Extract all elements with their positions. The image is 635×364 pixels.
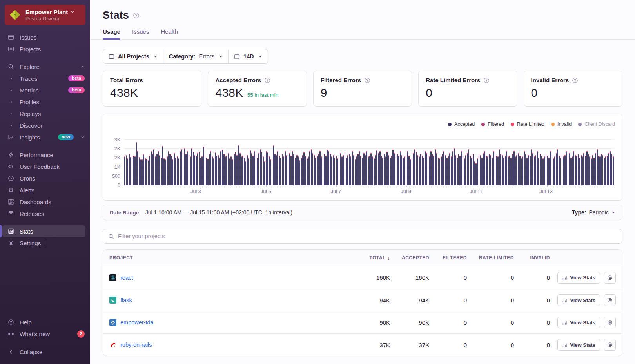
bar [324,154,325,185]
sidebar-item-settings[interactable]: Settings [0,237,90,249]
org-name: Empower Plant [25,9,74,15]
bar [247,155,248,185]
project-link[interactable]: flask [120,297,132,303]
bar [242,156,243,185]
tab-health[interactable]: Health [161,28,178,39]
sidebar-item-what-s-new[interactable]: What's new2 [0,328,90,340]
sidebar-item-releases[interactable]: Releases [0,208,90,219]
bar [433,156,434,185]
project-settings-button[interactable] [604,294,616,306]
bar-cap [416,152,417,152]
bar [266,151,267,185]
bar [481,158,483,185]
column-header-invalid[interactable]: INVALID [514,255,550,261]
bar [248,158,249,185]
sidebar-item-dashboards[interactable]: Dashboards [0,196,90,208]
help-icon[interactable] [364,77,370,83]
bar [515,156,516,185]
project-settings-button[interactable] [604,272,616,284]
sidebar-item-help[interactable]: Help [0,316,90,328]
column-header-total[interactable]: TOTAL↓ [352,255,390,261]
legend-item-accepted[interactable]: Accepted [448,121,475,127]
view-stats-button[interactable]: View Stats [557,317,600,328]
bar [492,158,493,185]
column-header-accepted[interactable]: ACCEPTED [390,255,429,261]
bar [422,156,423,185]
project-settings-button[interactable] [604,317,616,328]
bar-cap [163,158,165,159]
bar [234,154,235,185]
legend-item-client-discard[interactable]: Client Discard [578,121,615,127]
bar-cap [200,158,201,158]
org-switcher[interactable]: Empower Plant Priscila Oliveira [5,5,85,25]
bar-cap [230,156,232,157]
sidebar-item-stats[interactable]: Stats [2,225,85,237]
legend-item-invalid[interactable]: Invalid [551,121,572,127]
table-row-flask: flask94K94K000View Stats [103,289,622,311]
sidebar-item-collapse[interactable]: Collapse [0,346,90,358]
sidebar-item-explore[interactable]: Explore [0,61,90,72]
sidebar-item-label: Performance [20,152,53,158]
sidebar-item-projects[interactable]: Projects [0,43,90,55]
bar [337,158,338,185]
category-filter-dropdown[interactable]: Category: Errors [163,49,228,63]
bar [362,158,363,185]
bar [443,151,444,185]
sidebar-item-alerts[interactable]: Alerts [0,184,90,196]
bar-cap [156,154,158,154]
bar [331,156,332,185]
project-search-input[interactable] [118,233,617,239]
sidebar-item-issues[interactable]: Issues [0,31,90,43]
column-header-rate-limited[interactable]: RATE LIMITED [467,255,514,261]
column-header-label: TOTAL [370,255,386,261]
project-link[interactable]: react [120,275,133,281]
column-header-filtered[interactable]: FILTERED [429,255,467,261]
project-link[interactable]: ruby-on-rails [120,342,152,348]
column-header-project[interactable]: PROJECT [109,255,352,261]
tab-usage[interactable]: Usage [103,28,120,39]
bar [376,150,377,185]
bar-cap [134,156,136,157]
bar [579,158,580,185]
bar-cap [607,156,608,156]
sidebar-item-user-feedback[interactable]: User Feedback [0,161,90,172]
help-icon[interactable] [264,77,270,83]
sidebar-item-label: What's new [20,331,50,337]
view-stats-button[interactable]: View Stats [557,339,600,351]
bar [578,154,579,185]
sidebar-item-traces[interactable]: Tracesbeta [0,72,90,84]
bar [163,158,165,185]
project-filter-dropdown[interactable]: All Projects [103,49,163,63]
chart-type-dropdown[interactable]: Type: Periodic [572,209,615,216]
bar [174,153,175,185]
sidebar-item-crons[interactable]: Crons [0,172,90,184]
date-range-dropdown[interactable]: 14D [228,49,268,63]
bar-cap [384,154,385,154]
bar [509,156,510,185]
crons-icon [7,175,15,181]
project-link[interactable]: empower-tda [120,319,154,326]
sidebar-item-metrics[interactable]: Metricsbeta [0,84,90,96]
bar [321,156,322,185]
legend-item-filtered[interactable]: Filtered [481,121,504,127]
bar-cap [493,151,494,152]
view-stats-button[interactable]: View Stats [557,294,600,306]
bar [552,155,553,185]
page-help-icon[interactable] [133,12,140,19]
sidebar-item-insights[interactable]: Insightsnew [0,131,90,143]
bar-cap [232,159,233,160]
sidebar-item-profiles[interactable]: Profiles [0,96,90,108]
legend-item-rate-limited[interactable]: Rate Limited [511,121,544,127]
sidebar-item-performance[interactable]: Performance [0,149,90,161]
help-icon[interactable] [483,77,490,83]
view-stats-button[interactable]: View Stats [557,272,600,284]
tab-issues[interactable]: Issues [132,28,149,39]
sidebar-item-replays[interactable]: Replays [0,108,90,120]
help-icon[interactable] [572,77,578,83]
bar-cap [394,153,395,154]
bar [162,146,163,185]
bar-cap [290,156,292,156]
project-settings-button[interactable] [604,339,616,351]
bar-cap [479,156,480,157]
sidebar-item-discover[interactable]: Discover [0,120,90,131]
